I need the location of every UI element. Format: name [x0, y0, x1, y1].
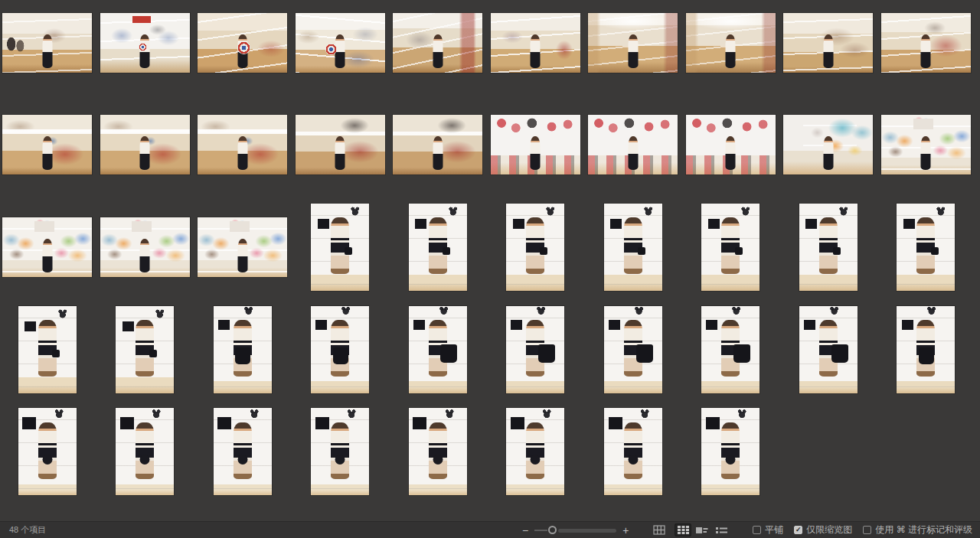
photo-thumbnail[interactable] [686, 115, 776, 174]
photo-thumbnail[interactable] [100, 115, 190, 174]
option-label: 使用 ⌘ 进行标记和评级 [875, 523, 972, 536]
photo-thumbnail[interactable] [18, 306, 77, 393]
photo-thumbnail[interactable] [604, 306, 662, 393]
photo-thumbnail[interactable] [393, 13, 482, 73]
view-mode-buttons [648, 523, 730, 536]
item-count: 48 个项目 [9, 525, 46, 534]
view-as-list-icon[interactable] [713, 523, 730, 536]
photo-thumbnail[interactable] [198, 13, 287, 73]
photo-thumbnail[interactable] [491, 115, 580, 174]
photo-thumbnail[interactable] [409, 204, 467, 291]
photo-thumbnail[interactable] [296, 13, 385, 73]
option-thumbnail-only[interactable]: 仅限缩览图 [794, 523, 852, 536]
photo-thumbnail[interactable] [116, 306, 174, 393]
content-grid [0, 0, 980, 521]
zoom-in-button[interactable]: + [619, 525, 632, 536]
photo-thumbnail[interactable] [100, 13, 190, 73]
photo-thumbnail[interactable] [783, 115, 873, 174]
photo-thumbnail[interactable] [393, 115, 482, 174]
photo-thumbnail[interactable] [311, 204, 369, 291]
photo-thumbnail[interactable] [783, 13, 873, 73]
photo-thumbnail[interactable] [2, 115, 92, 174]
photo-thumbnail[interactable] [701, 408, 760, 495]
photo-thumbnail[interactable] [409, 408, 467, 495]
thumbnail-size-slider[interactable] [534, 525, 616, 535]
checkbox-icon[interactable] [753, 526, 761, 534]
lock-thumbnail-grid-icon[interactable] [651, 523, 668, 536]
slider-track-left [534, 530, 547, 531]
photo-thumbnail[interactable] [897, 204, 955, 291]
photo-thumbnail[interactable] [409, 306, 467, 393]
option-cmd-rating[interactable]: 使用 ⌘ 进行标记和评级 [863, 523, 972, 536]
photo-thumbnail[interactable] [686, 13, 776, 73]
view-as-details-icon[interactable] [694, 523, 710, 536]
status-bar: 48 个项目 − + [0, 521, 980, 538]
zoom-out-button[interactable]: − [519, 525, 531, 536]
photo-thumbnail[interactable] [198, 217, 287, 277]
photo-thumbnail[interactable] [18, 408, 77, 495]
slider-track-right [558, 529, 616, 533]
photo-thumbnail[interactable] [491, 13, 580, 73]
photo-thumbnail[interactable] [881, 115, 971, 174]
photo-thumbnail[interactable] [506, 306, 564, 393]
photo-thumbnail[interactable] [881, 13, 971, 73]
photo-thumbnail[interactable] [506, 204, 564, 291]
option-checkboxes: 平铺仅限缩览图使用 ⌘ 进行标记和评级 [742, 523, 972, 536]
photo-thumbnail[interactable] [701, 306, 760, 393]
photo-thumbnail[interactable] [296, 115, 385, 174]
photo-thumbnail[interactable] [100, 217, 190, 277]
slider-thumb[interactable] [548, 526, 557, 534]
photo-thumbnail[interactable] [506, 408, 564, 495]
photo-thumbnail[interactable] [198, 115, 287, 174]
photo-thumbnail[interactable] [799, 204, 858, 291]
photo-thumbnail[interactable] [116, 408, 174, 495]
photo-thumbnail[interactable] [588, 13, 678, 73]
photo-thumbnail[interactable] [897, 306, 955, 393]
photo-thumbnail[interactable] [604, 408, 662, 495]
photo-thumbnail[interactable] [604, 204, 662, 291]
option-label: 平铺 [765, 523, 783, 536]
checkbox-icon[interactable] [794, 526, 802, 534]
option-tile[interactable]: 平铺 [753, 523, 783, 536]
photo-thumbnail[interactable] [2, 13, 92, 73]
photo-thumbnail[interactable] [311, 408, 369, 495]
view-as-thumbnails-icon[interactable] [675, 523, 691, 536]
photo-thumbnail[interactable] [2, 217, 92, 277]
option-label: 仅限缩览图 [806, 523, 852, 536]
photo-thumbnail[interactable] [214, 408, 272, 495]
photo-thumbnail[interactable] [311, 306, 369, 393]
photo-thumbnail[interactable] [799, 306, 858, 393]
photo-thumbnail[interactable] [214, 306, 272, 393]
photo-thumbnail[interactable] [701, 204, 760, 291]
checkbox-icon[interactable] [863, 526, 871, 534]
photo-thumbnail[interactable] [588, 115, 678, 174]
